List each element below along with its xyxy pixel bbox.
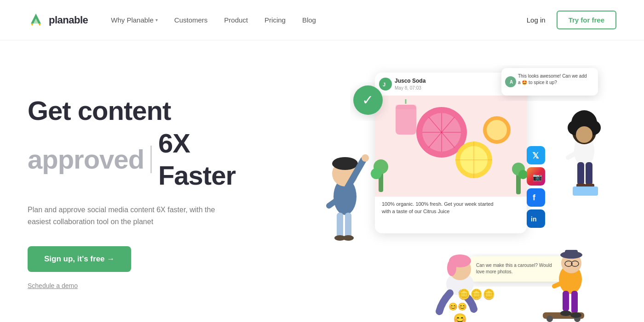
logo[interactable]: planable [28,12,88,28]
signup-button[interactable]: Sign up, it's free → [28,246,131,272]
svg-text:📷: 📷 [533,173,542,181]
svg-marker-1 [31,23,33,26]
svg-text:in: in [531,215,536,223]
svg-text:This looks awesome! Can we add: This looks awesome! Can we add [518,73,587,79]
person-pointing [329,154,369,241]
svg-text:with a taste of our Citrus Jui: with a taste of our Citrus Juice [381,209,449,214]
svg-rect-63 [586,162,592,185]
nav-blog[interactable]: Blog [302,16,316,24]
chevron-down-icon: ▾ [155,17,158,23]
svg-text:A: A [510,79,513,85]
hero-text: Get content approved 6X Faster Plan and … [28,91,267,289]
navigation: planable Why Planable ▾ Customers Produc… [0,0,644,40]
svg-text:100% organic. 100% fresh. Get : 100% organic. 100% fresh. Get your week … [382,201,494,207]
svg-rect-83 [565,250,578,256]
svg-text:😊: 😊 [453,312,467,322]
hero-section: Get content approved 6X Faster Plan and … [0,40,644,322]
svg-text:a 🤩 to spice it up?: a 🤩 to spice it up? [518,79,557,85]
nav-actions: Log in Try for free [527,11,616,29]
nav-why-planable[interactable]: Why Planable ▾ [111,16,158,24]
svg-text:✓: ✓ [362,92,374,107]
schedule-demo-link[interactable]: Schedule a demo [28,282,78,289]
hero-illustration: J Jusco Soda May 8, 07:03 [267,59,616,322]
hero-subtitle: Plan and approve social media content 6X… [28,204,230,227]
nav-product[interactable]: Product [224,16,248,24]
logo-text: planable [49,14,88,26]
hero-title-line2: approved 6X Faster [28,127,267,191]
svg-text:🪙🪙🪙: 🪙🪙🪙 [458,288,495,300]
hero-approved-text: approved [28,143,144,175]
hero-title-line1: Get content [28,96,267,125]
svg-point-76 [447,260,456,276]
svg-text:𝕏: 𝕏 [532,151,539,160]
svg-point-68 [576,126,592,143]
svg-rect-80 [571,291,578,314]
svg-text:love more photos.: love more photos. [476,269,513,274]
nav-customers[interactable]: Customers [174,16,208,24]
svg-rect-5 [337,213,343,238]
svg-text:f: f [533,193,536,202]
svg-marker-2 [38,23,40,26]
svg-point-89 [546,316,553,322]
svg-point-31 [487,120,507,140]
svg-text:Can we make this a carousel? W: Can we make this a carousel? Would [476,263,552,268]
svg-rect-79 [563,291,569,311]
svg-text:😊😊: 😊😊 [448,302,467,311]
svg-rect-62 [577,162,584,185]
svg-rect-6 [345,213,351,238]
svg-point-10 [332,157,358,170]
nav-links: Why Planable ▾ Customers Product Pricing… [111,16,527,24]
login-link[interactable]: Log in [527,16,546,24]
svg-text:Jusco Soda: Jusco Soda [395,78,426,84]
svg-point-40 [518,170,528,179]
svg-point-12 [362,154,369,162]
nav-pricing[interactable]: Pricing [264,16,286,24]
svg-point-8 [343,235,354,241]
svg-point-92 [570,312,581,318]
svg-rect-33 [396,105,416,109]
title-divider [150,146,152,173]
svg-point-37 [371,168,382,179]
svg-rect-57 [527,188,545,207]
hero-faster-text: 6X Faster [158,127,267,191]
svg-rect-72 [573,186,598,196]
svg-point-91 [560,311,571,316]
svg-text:J: J [383,82,385,87]
svg-text:May 8, 07:03: May 8, 07:03 [395,85,421,90]
try-free-button[interactable]: Try for free [557,11,616,29]
